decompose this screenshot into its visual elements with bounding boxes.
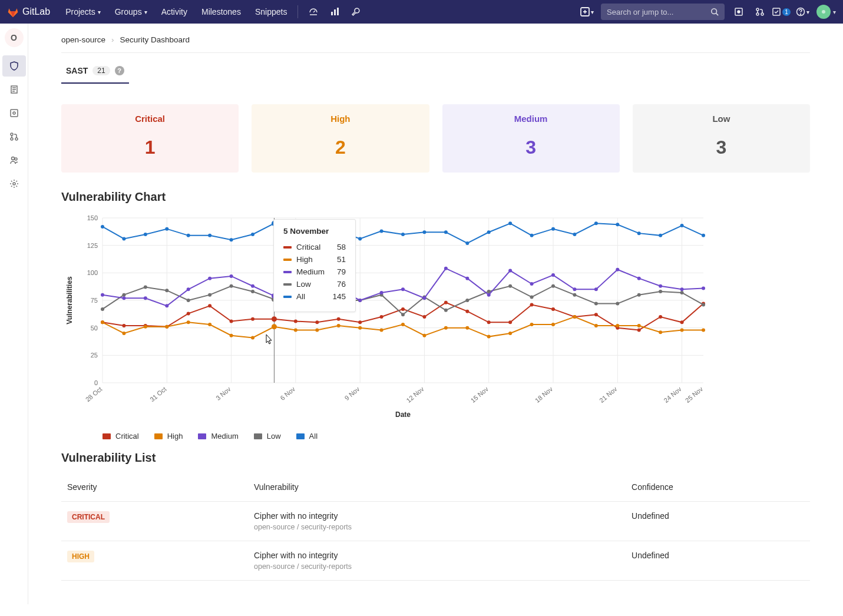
vulnerability-chart: 025507510012515028 Oct31 Oct3 Nov6 Nov9 … [61, 212, 810, 441]
svg-point-95 [487, 335, 491, 339]
svg-point-54 [230, 319, 233, 323]
legend-item[interactable]: High [154, 432, 183, 441]
svg-point-61 [380, 315, 384, 319]
svg-point-179 [422, 230, 426, 234]
svg-point-7 [756, 8, 759, 11]
svg-point-156 [551, 273, 555, 277]
sidebar-item-merge-requests[interactable] [2, 126, 26, 147]
breadcrumb-page[interactable]: Security Dashboard [120, 35, 190, 44]
breadcrumb-group[interactable]: open-source [61, 35, 105, 44]
svg-point-59 [337, 317, 340, 321]
legend-item[interactable]: Critical [103, 432, 139, 441]
svg-point-123 [465, 299, 469, 302]
svg-point-80 [165, 325, 168, 329]
nav-activity[interactable]: Activity [156, 2, 193, 21]
group-avatar[interactable]: O [5, 28, 24, 47]
svg-point-20 [11, 157, 14, 160]
svg-point-163 [702, 286, 705, 290]
svg-point-65 [465, 310, 469, 313]
svg-point-56 [272, 316, 277, 322]
dashboard-icon[interactable] [303, 0, 324, 24]
legend-item[interactable]: All [296, 432, 318, 441]
sidebar-item-epics[interactable] [2, 79, 26, 100]
svg-point-6 [738, 11, 740, 13]
help-icon[interactable]: ▾ [792, 0, 813, 24]
merge-requests-icon[interactable] [749, 0, 771, 24]
vuln-title: Cipher with no integrity [254, 551, 620, 560]
svg-point-87 [315, 328, 319, 332]
nav-milestones[interactable]: Milestones [196, 2, 247, 21]
card-medium[interactable]: Medium3 [442, 104, 620, 173]
sidebar-item-issues[interactable] [2, 102, 26, 124]
sidebar-item-members[interactable] [2, 150, 26, 171]
svg-point-90 [380, 328, 384, 332]
svg-rect-15 [11, 110, 18, 117]
svg-point-152 [465, 277, 469, 280]
search-box[interactable] [601, 4, 725, 20]
main-content: open-source › Security Dashboard SAST 21… [28, 24, 843, 604]
card-title: Medium [442, 114, 620, 124]
metrics-icon[interactable] [324, 0, 345, 24]
legend-item[interactable]: Medium [198, 432, 238, 441]
col-severity: Severity [61, 473, 248, 502]
brand-logo[interactable]: GitLab [7, 6, 50, 18]
sidebar-item-security[interactable] [2, 55, 26, 77]
svg-text:28 Oct: 28 Oct [84, 385, 104, 403]
sidebar-item-settings[interactable] [2, 173, 26, 194]
search-input[interactable] [607, 8, 706, 16]
svg-point-105 [702, 328, 705, 332]
chevron-down-icon: ▾ [98, 9, 101, 15]
nav-snippets[interactable]: Snippets [249, 2, 293, 21]
svg-point-187 [594, 221, 598, 225]
todos-icon[interactable]: 1 [771, 0, 792, 24]
svg-point-88 [337, 324, 340, 327]
svg-point-81 [187, 320, 190, 324]
sidebar: O [0, 24, 28, 604]
issues-icon[interactable] [728, 0, 749, 24]
svg-point-9 [761, 13, 763, 15]
todo-count: 1 [782, 8, 791, 16]
svg-point-92 [422, 334, 426, 337]
svg-point-89 [358, 326, 362, 330]
card-critical[interactable]: Critical1 [61, 104, 239, 173]
vuln-project: open-source / security-reports [254, 523, 620, 531]
table-row[interactable]: HIGH Cipher with no integrityopen-source… [61, 541, 810, 581]
svg-point-154 [508, 269, 512, 273]
plus-icon[interactable]: ▾ [576, 0, 597, 24]
nav-groups[interactable]: Groups▾ [109, 2, 153, 21]
tab-sast[interactable]: SAST 21 ? [61, 59, 129, 84]
wrench-icon[interactable] [345, 0, 366, 24]
svg-point-137 [144, 296, 147, 300]
svg-point-128 [573, 293, 576, 297]
svg-point-60 [358, 320, 362, 324]
svg-point-183 [508, 221, 512, 225]
svg-point-148 [380, 291, 384, 294]
svg-point-151 [444, 267, 448, 270]
svg-point-160 [637, 277, 641, 280]
svg-point-99 [573, 315, 576, 319]
card-high[interactable]: High2 [252, 104, 429, 173]
svg-text:3 Nov: 3 Nov [214, 385, 232, 402]
legend-item[interactable]: Low [254, 432, 281, 441]
svg-point-149 [401, 287, 405, 291]
vulnerability-table: Severity Vulnerability Confidence CRITIC… [61, 473, 810, 581]
svg-point-83 [230, 334, 233, 337]
svg-point-96 [508, 332, 512, 335]
user-avatar[interactable] [816, 5, 831, 19]
svg-text:75: 75 [91, 297, 98, 304]
svg-text:125: 125 [87, 242, 98, 249]
nav-projects[interactable]: Projects▾ [59, 2, 107, 21]
svg-point-122 [444, 309, 448, 312]
svg-point-79 [144, 325, 147, 329]
top-nav: GitLab Projects▾ Groups▾ Activity Milest… [0, 0, 843, 24]
help-icon[interactable]: ? [115, 66, 124, 75]
table-row[interactable]: CRITICAL Cipher with no integrityopen-so… [61, 502, 810, 541]
svg-text:Vulnerabilities: Vulnerabilities [65, 276, 74, 324]
chart-canvas[interactable]: 025507510012515028 Oct31 Oct3 Nov6 Nov9 … [61, 212, 709, 424]
card-low[interactable]: Low3 [633, 104, 810, 173]
svg-point-100 [594, 324, 598, 327]
svg-point-85 [272, 324, 277, 329]
svg-text:0: 0 [94, 379, 98, 386]
svg-text:21 Nov: 21 Nov [598, 385, 619, 404]
svg-rect-2 [337, 8, 339, 15]
